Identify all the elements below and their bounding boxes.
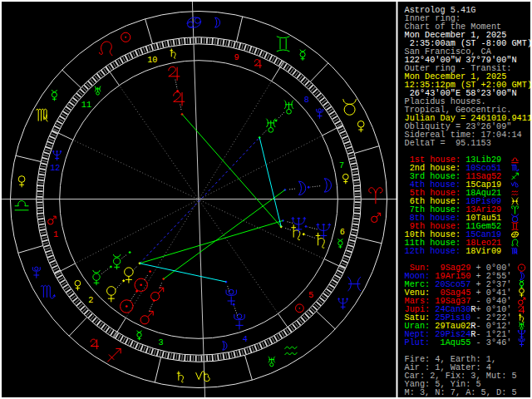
svg-text:2: 2 [88,296,93,305]
svg-text:12: 12 [50,164,60,173]
svg-text:1: 1 [53,230,58,239]
svg-text:M: 3, N: 7, A: 5, D: 5: M: 3, N: 7, A: 5, D: 5 [405,387,517,397]
svg-text:12th house: 18Vir09: 12th house: 18Vir09 [405,246,502,256]
svg-text:7: 7 [339,161,344,170]
svg-text:8: 8 [304,96,309,105]
svg-text:9: 9 [234,53,239,62]
svg-text:11: 11 [81,101,91,110]
svg-text:5: 5 [308,291,313,300]
svg-text:6: 6 [340,228,345,237]
svg-text:DeltaT = 95.1153: DeltaT = 95.1153 [405,138,491,148]
svg-text:10: 10 [147,56,157,65]
svg-text:4: 4 [243,335,248,344]
svg-text:Plut: 1Aqu55 - 3°46': Plut: 1Aqu55 - 3°46' [405,337,512,347]
svg-text:3: 3 [158,338,163,347]
